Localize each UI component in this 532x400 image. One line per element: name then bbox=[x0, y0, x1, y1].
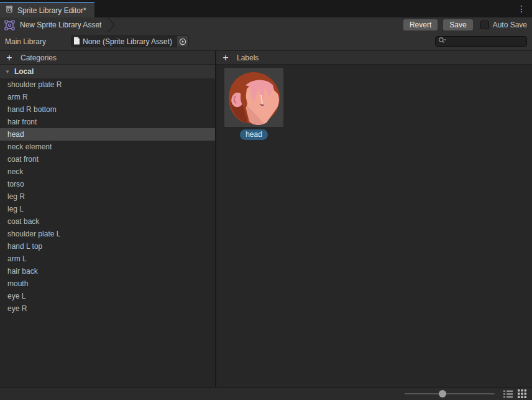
category-list: shoulder plate Rarm Rhand R bottomhair f… bbox=[0, 78, 215, 387]
breadcrumb-chevron-icon bbox=[108, 17, 115, 32]
categories-header: + Categories bbox=[0, 51, 215, 65]
add-label-button[interactable]: + bbox=[220, 52, 231, 63]
category-item[interactable]: torso bbox=[0, 178, 215, 190]
category-item[interactable]: leg L bbox=[0, 203, 215, 215]
add-category-button[interactable]: + bbox=[4, 52, 15, 63]
breadcrumb-label: New Sprite Library Asset bbox=[20, 21, 101, 29]
breadcrumb[interactable]: New Sprite Library Asset bbox=[20, 17, 115, 32]
category-item[interactable]: mouth bbox=[0, 277, 215, 290]
tab-sprite-library-editor[interactable]: Sprite Library Editor* bbox=[0, 2, 94, 17]
label-item-head[interactable]: head bbox=[224, 68, 283, 140]
category-item[interactable]: head bbox=[0, 128, 215, 141]
category-item[interactable]: neck element bbox=[0, 141, 215, 153]
categories-header-label: Categories bbox=[21, 53, 57, 62]
category-group-label: Local bbox=[14, 67, 34, 76]
category-item[interactable]: shoulder plate L bbox=[0, 228, 215, 240]
search-input[interactable] bbox=[448, 37, 524, 46]
sprite-thumbnail-head[interactable] bbox=[224, 68, 283, 127]
category-item[interactable]: coat front bbox=[0, 153, 215, 165]
auto-save-checkbox[interactable] bbox=[480, 21, 489, 29]
sprite-library-window-icon bbox=[5, 5, 14, 16]
category-item[interactable]: arm L bbox=[0, 253, 215, 265]
asset-file-icon bbox=[73, 37, 80, 47]
category-item[interactable]: hand R bottom bbox=[0, 103, 215, 116]
main-library-label: Main Library bbox=[5, 37, 71, 46]
footer-bar bbox=[0, 387, 532, 400]
categories-panel: + Categories ▼ Local shoulder plate Rarm… bbox=[0, 51, 216, 387]
category-item[interactable]: hand L top bbox=[0, 240, 215, 253]
auto-save-label: Auto Save bbox=[493, 21, 527, 29]
category-item[interactable]: coat back bbox=[0, 215, 215, 228]
thumbnail-size-slider[interactable] bbox=[405, 389, 495, 398]
save-button[interactable]: Save bbox=[443, 19, 472, 30]
foldout-open-icon[interactable]: ▼ bbox=[5, 69, 10, 75]
object-picker-icon[interactable] bbox=[177, 36, 188, 47]
slider-thumb[interactable] bbox=[439, 390, 446, 398]
sprite-library-asset-icon bbox=[4, 19, 15, 30]
toolbar: New Sprite Library Asset Revert Save Aut… bbox=[0, 17, 532, 32]
labels-header-label: Labels bbox=[237, 53, 259, 62]
search-icon bbox=[438, 37, 446, 46]
label-pill: head bbox=[240, 129, 268, 140]
labels-panel: + Labels bbox=[216, 51, 532, 387]
window-titlebar: Sprite Library Editor* ⋮ bbox=[0, 0, 532, 17]
window-menu-icon[interactable]: ⋮ bbox=[516, 3, 527, 14]
category-item[interactable]: eye L bbox=[0, 290, 215, 302]
slider-track bbox=[405, 393, 495, 394]
tab-title: Sprite Library Editor* bbox=[17, 6, 86, 15]
list-view-icon[interactable] bbox=[503, 389, 513, 399]
category-group-local[interactable]: ▼ Local bbox=[0, 65, 215, 78]
main-library-row: Main Library None (Sprite Library Asset) bbox=[0, 32, 532, 51]
category-item[interactable]: hair front bbox=[0, 116, 215, 128]
revert-button[interactable]: Revert bbox=[403, 19, 438, 30]
category-item[interactable]: arm R bbox=[0, 91, 215, 103]
labels-header: + Labels bbox=[216, 51, 532, 65]
category-item[interactable]: neck bbox=[0, 165, 215, 178]
category-item[interactable]: hair back bbox=[0, 265, 215, 277]
sprite-library-editor-window: Sprite Library Editor* ⋮ New Sprite Libr… bbox=[0, 0, 532, 400]
editor-panels: + Categories ▼ Local shoulder plate Rarm… bbox=[0, 51, 532, 387]
labels-grid: head bbox=[216, 65, 532, 143]
category-item[interactable]: eye R bbox=[0, 302, 215, 315]
search-field[interactable] bbox=[435, 36, 527, 47]
category-item[interactable]: shoulder plate R bbox=[0, 78, 215, 91]
object-field-value: None (Sprite Library Asset) bbox=[83, 37, 172, 46]
main-library-object-field[interactable]: None (Sprite Library Asset) bbox=[71, 35, 189, 47]
grid-view-icon[interactable] bbox=[517, 389, 527, 399]
category-item[interactable]: leg R bbox=[0, 190, 215, 203]
